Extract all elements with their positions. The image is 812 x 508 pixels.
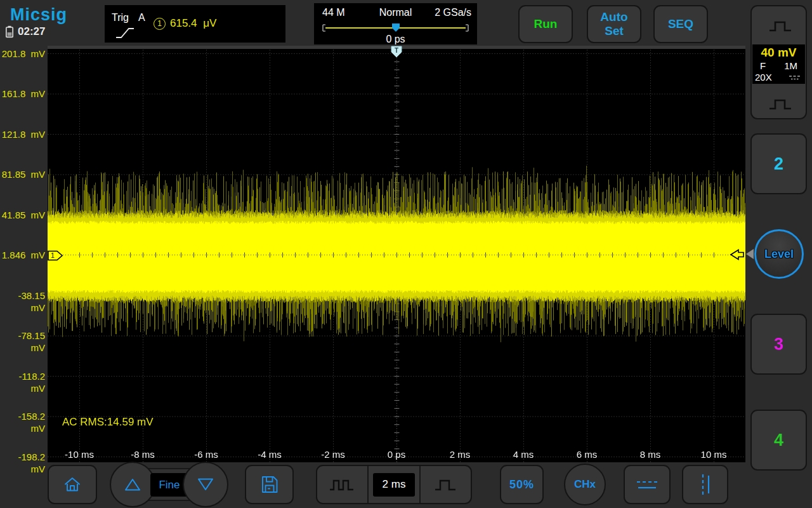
channel3-button[interactable]: 3 (750, 314, 807, 375)
svg-text:T: T (395, 47, 398, 54)
horizontal-cursor-button[interactable] (624, 465, 671, 504)
x-axis-label: -2 ms (311, 449, 355, 460)
x-axis-label: 8 ms (628, 449, 672, 460)
run-button[interactable]: Run (518, 5, 573, 43)
trigger-50pct-button[interactable]: 50% (500, 465, 544, 504)
x-axis-label: 4 ms (501, 449, 546, 460)
triangle-up-icon (123, 476, 142, 493)
trigger-level-value: 615.4 μV (170, 17, 216, 30)
channel1-settings-box[interactable]: 40 mV F 1M 20X (752, 44, 805, 84)
svg-text:1: 1 (51, 251, 55, 259)
y-axis-label: 161.8 mV (0, 88, 45, 100)
home-icon (63, 476, 81, 493)
channel1-coupling-impedance: F 1M (752, 60, 805, 71)
y-axis-label: 41.85 mV (0, 209, 45, 221)
brand-logo: Micsig (10, 5, 67, 25)
triangle-down-icon (196, 476, 215, 493)
status-area: 02:27 (5, 25, 45, 38)
timebase-value: 2 ms (373, 473, 415, 497)
channel1-coupling: F (760, 60, 766, 71)
x-axis-label: -10 ms (57, 449, 102, 460)
trigger-info-box[interactable]: Trig A 1 615.4 μV (105, 5, 285, 43)
horizontal-cursor-icon (634, 476, 660, 493)
trigger-position-marker[interactable]: T (391, 46, 402, 58)
trigger-channel: A (138, 12, 145, 23)
level-knob-pointer-icon (746, 249, 754, 259)
autoset-line1: Auto (600, 10, 627, 24)
pulse-icon (767, 95, 794, 112)
y-axis-label: -38.15 mV (0, 290, 45, 302)
autoset-button[interactable]: Auto Set (587, 5, 641, 43)
trigger-position-slider[interactable] (322, 22, 469, 32)
waveform-display[interactable] (48, 46, 745, 462)
zoom-out-timebase-button[interactable] (317, 466, 367, 503)
x-axis-label: 0 ps (374, 449, 419, 460)
x-axis-label: -6 ms (184, 449, 228, 460)
y-axis-label: 201.8 mV (0, 48, 45, 60)
trigger-label: Trig (112, 12, 129, 23)
battery-icon (5, 25, 14, 38)
channel2-button[interactable]: 2 (750, 133, 807, 194)
dc-coupling-icon (788, 74, 802, 81)
level-knob-label: Level (764, 248, 794, 261)
waveform-canvas[interactable] (48, 50, 745, 462)
y-axis-label: -198.2 mV (0, 451, 45, 463)
vertical-cursor-button[interactable] (682, 465, 728, 504)
clock-time: 02:27 (18, 25, 45, 38)
trigger-source-badge: 1 (154, 18, 166, 30)
decrease-button[interactable] (183, 462, 228, 507)
trigger-delay: 0 ps (314, 34, 477, 45)
acquisition-box[interactable]: 44 M Normal 2 GSa/s 0 ps (314, 3, 477, 44)
x-axis-label: 10 ms (691, 449, 736, 460)
x-axis-label: -4 ms (247, 449, 292, 460)
x-axis-label: -8 ms (121, 449, 165, 460)
channel1-impedance: 1M (784, 60, 797, 71)
double-pulse-icon (327, 475, 358, 494)
trigger-level-arrow[interactable] (730, 249, 745, 260)
channel-select-button[interactable]: CHx (564, 464, 606, 505)
x-axis-label: 2 ms (438, 449, 482, 460)
level-knob[interactable]: Level (754, 229, 804, 279)
save-icon (259, 474, 280, 495)
y-axis-label: -158.2 mV (0, 410, 45, 422)
channel4-button[interactable]: 4 (750, 410, 807, 471)
channel1-probe: 20X (755, 72, 772, 83)
home-button[interactable] (48, 465, 97, 504)
sample-rate: 2 GSa/s (435, 7, 471, 18)
single-pulse-icon (432, 475, 459, 494)
y-axis-label: -118.2 mV (0, 370, 45, 382)
y-axis-label: 81.85 mV (0, 168, 45, 180)
rising-edge-icon (115, 26, 135, 40)
y-axis-label: -78.15 mV (0, 330, 45, 342)
seq-button[interactable]: SEQ (653, 5, 708, 43)
save-button[interactable] (245, 465, 294, 504)
channel1-scale: 40 mV (752, 46, 805, 60)
timebase-value-segment[interactable]: 2 ms (367, 466, 419, 503)
channel1-position-marker[interactable]: 1 (48, 250, 63, 261)
increase-button[interactable] (110, 462, 155, 507)
x-axis-label: 6 ms (565, 449, 609, 460)
pulse-icon (767, 17, 794, 34)
autoset-line2: Set (600, 24, 627, 38)
oscilloscope-screen: Micsig 02:27 Trig A 1 615.4 μV 44 M Norm… (0, 0, 812, 508)
vertical-cursor-icon (697, 472, 714, 497)
timebase-group: 2 ms (316, 465, 472, 504)
y-axis-label: 1.846 mV (0, 249, 45, 261)
measurement-readout: AC RMS:14.59 mV (62, 416, 154, 429)
zoom-in-timebase-button[interactable] (419, 466, 471, 503)
y-axis-label: 121.8 mV (0, 128, 45, 140)
channel1-probe-row: 20X (752, 72, 805, 83)
